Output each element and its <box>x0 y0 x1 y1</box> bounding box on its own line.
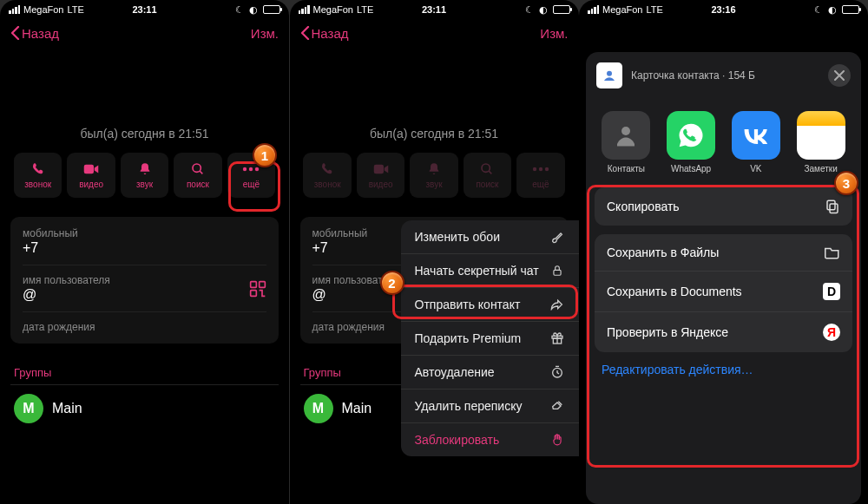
action-row: звонок видео звук поиск ещё <box>300 153 569 198</box>
gift-icon <box>549 331 565 345</box>
video-icon <box>373 161 389 177</box>
video-label: видео <box>79 180 103 189</box>
video-button[interactable]: видео <box>67 153 115 198</box>
groups-header: Группы <box>10 366 279 385</box>
username-label: имя пользователя <box>23 274 266 286</box>
birthday-row[interactable]: дата рождения <box>23 311 266 342</box>
group-row-main[interactable]: M Main <box>10 385 279 432</box>
mute-button[interactable]: звук <box>410 153 457 198</box>
battery-icon <box>263 5 280 14</box>
ctx-autodelete[interactable]: Автоудаление <box>401 355 579 389</box>
dnd-icon: ☾ <box>814 4 823 16</box>
info-card: мобильный +7 имя пользователя @ дата рож… <box>10 217 279 344</box>
network-label: LTE <box>646 4 662 15</box>
share-app-notes[interactable]: Заметки <box>796 111 845 173</box>
network-label: LTE <box>67 4 83 15</box>
close-icon <box>834 70 845 81</box>
notes-icon <box>797 111 845 160</box>
status-time: 23:11 <box>132 4 156 15</box>
action-save-documents[interactable]: Сохранить в Documents D <box>595 271 852 311</box>
ctx-send-contact[interactable]: Отправить контакт <box>401 287 579 321</box>
username-row[interactable]: имя пользователя @ <box>23 265 266 311</box>
qr-icon[interactable] <box>249 280 266 298</box>
carrier-label: MegaFon <box>602 4 642 15</box>
call-button[interactable]: звонок <box>14 153 62 198</box>
video-icon <box>83 161 99 177</box>
context-menu: Изменить обои Начать секретный чат Отпра… <box>401 220 579 456</box>
back-button[interactable]: Назад <box>300 26 349 41</box>
check-yandex-label: Проверить в Яндексе <box>607 325 728 339</box>
share-app-contacts[interactable]: Контакты <box>602 111 651 173</box>
ctx-secret-chat[interactable]: Начать секретный чат <box>401 253 579 287</box>
action-list-2: Сохранить в Файлы Сохранить в Documents … <box>595 234 852 352</box>
more-label: ещё <box>532 180 549 189</box>
svg-point-12 <box>545 167 549 171</box>
ctx-block-label: Заблокировать <box>415 433 500 447</box>
more-button[interactable]: ещё <box>516 153 564 198</box>
network-label: LTE <box>357 4 373 15</box>
share-app-vk[interactable]: VK <box>732 111 781 173</box>
hand-icon <box>549 433 565 447</box>
magnify-icon <box>191 161 205 177</box>
back-button[interactable]: Назад <box>10 26 59 41</box>
status-bar: MegaFon LTE 23:11 ☾ ◐ <box>0 0 289 17</box>
screen-2: MegaFon LTE 23:11 ☾ ◐ Назад Изм. был(а) … <box>290 0 579 504</box>
edit-button[interactable]: Изм. <box>540 26 568 41</box>
edit-button[interactable]: Изм. <box>251 26 279 41</box>
dnd-icon: ☾ <box>525 4 534 16</box>
search-button[interactable]: поиск <box>464 153 511 198</box>
marker-2: 2 <box>380 271 404 295</box>
ctx-delete-label: Удалить переписку <box>415 399 523 413</box>
share-icon <box>549 298 565 311</box>
status-bar: MegaFon LTE 23:16 ☾ ◐ <box>579 0 868 17</box>
bell-icon <box>427 161 441 177</box>
search-button[interactable]: поиск <box>174 153 221 198</box>
action-save-files[interactable]: Сохранить в Файлы <box>595 234 852 271</box>
lock-icon <box>549 264 565 278</box>
back-label: Назад <box>312 26 349 41</box>
ctx-gift-label: Подарить Premium <box>415 331 522 345</box>
whatsapp-label: WhatsApp <box>671 164 711 173</box>
brush-icon <box>549 230 565 244</box>
svg-rect-8 <box>373 165 383 174</box>
ctx-delete-chat[interactable]: Удалить переписку <box>401 389 579 422</box>
svg-point-1 <box>193 164 201 172</box>
group-name: Main <box>342 401 372 416</box>
edit-actions-link[interactable]: Редактировать действия… <box>586 352 861 382</box>
share-app-whatsapp[interactable]: WhatsApp <box>667 111 716 173</box>
documents-icon: D <box>823 283 840 300</box>
ctx-change-wallpaper[interactable]: Изменить обои <box>401 220 579 253</box>
ctx-secret-label: Начать секретный чат <box>415 264 539 278</box>
video-button[interactable]: видео <box>357 153 404 198</box>
call-button[interactable]: звонок <box>303 153 351 198</box>
video-label: видео <box>369 180 393 189</box>
call-label: звонок <box>24 180 51 189</box>
mobile-row[interactable]: мобильный +7 <box>23 219 266 265</box>
yandex-icon: Я <box>823 324 840 341</box>
call-label: звонок <box>314 180 341 189</box>
moon-icon: ◐ <box>249 4 258 16</box>
mute-button[interactable]: звук <box>121 153 168 198</box>
vk-icon <box>732 111 780 160</box>
action-check-yandex[interactable]: Проверить в Яндексе Я <box>595 311 852 352</box>
svg-point-11 <box>539 167 542 171</box>
avatar: M <box>304 394 333 423</box>
contacts-label: Контакты <box>608 164 645 173</box>
carrier-label: MegaFon <box>313 4 353 15</box>
signal-icon <box>9 5 20 14</box>
ctx-block[interactable]: Заблокировать <box>401 422 579 456</box>
close-button[interactable] <box>828 64 851 87</box>
chevron-left-icon <box>10 26 20 40</box>
ctx-gift-premium[interactable]: Подарить Premium <box>401 321 579 355</box>
svg-rect-6 <box>260 281 266 287</box>
folder-icon <box>825 245 840 259</box>
status-time: 23:16 <box>711 4 735 15</box>
screen-3: MegaFon LTE 23:16 ☾ ◐ Карточка контакта … <box>579 0 868 504</box>
status-bar: MegaFon LTE 23:11 ☾ ◐ <box>290 0 579 17</box>
action-copy[interactable]: Скопировать <box>595 187 852 226</box>
chevron-left-icon <box>300 26 310 40</box>
marker-3: 3 <box>834 171 858 195</box>
svg-point-18 <box>621 127 630 135</box>
signal-icon <box>588 5 599 14</box>
screen-1: MegaFon LTE 23:11 ☾ ◐ Назад Изм. был(а) … <box>0 0 289 504</box>
